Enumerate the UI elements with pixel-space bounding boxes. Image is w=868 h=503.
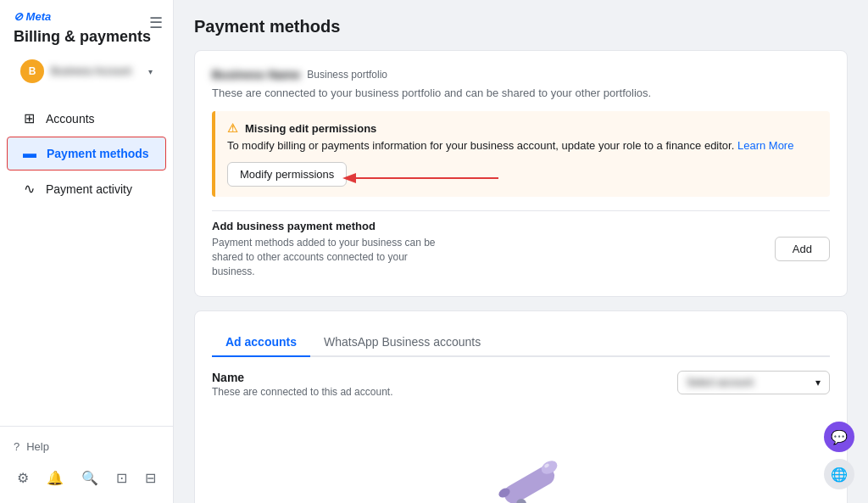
- sidebar-item-payment-methods-label: Payment methods: [47, 147, 149, 160]
- telescope-illustration: [458, 432, 585, 503]
- add-method-desc: Payment methods added to your business c…: [212, 236, 449, 278]
- meta-logo-icon: ⊘ Meta: [14, 10, 51, 23]
- arrow-annotation: [337, 165, 507, 191]
- sidebar-item-accounts[interactable]: ⊞ Accounts: [7, 102, 166, 135]
- warning-text: To modify billing or payments informatio…: [227, 138, 818, 154]
- warning-icon: ⚠: [227, 121, 238, 135]
- footer-icons-row: ⚙ 🔔 🔍 ⊡ ⊟: [0, 460, 173, 496]
- warning-title: ⚠ Missing edit permissions: [227, 121, 818, 135]
- sidebar-item-payment-activity-label: Payment activity: [46, 182, 132, 196]
- search-icon[interactable]: 🔍: [78, 467, 102, 489]
- bug-icon[interactable]: ⊡: [113, 467, 131, 489]
- ad-accounts-card: Ad accounts WhatsApp Business accounts N…: [194, 310, 848, 503]
- modify-permissions-button[interactable]: Modify permissions: [227, 162, 347, 187]
- chat-support-icon[interactable]: 💬: [824, 422, 854, 452]
- business-header: Business Name Business portfolio: [212, 68, 830, 81]
- globe-icon-symbol: 🌐: [831, 467, 848, 483]
- main-content: Payment methods Business Name Business p…: [174, 0, 868, 503]
- empty-state: No payment methods added: [212, 415, 830, 503]
- table-column-name: Name: [212, 371, 392, 384]
- dropdown-chevron-icon: ▾: [815, 377, 821, 388]
- sidebar-title: Billing & payments: [14, 28, 159, 46]
- account-selector[interactable]: B Business Account ▾: [14, 54, 159, 88]
- warning-box: ⚠ Missing edit permissions To modify bil…: [212, 111, 830, 197]
- add-method-info: Add business payment method Payment meth…: [212, 220, 449, 278]
- notifications-icon[interactable]: 🔔: [43, 467, 67, 489]
- help-label: Help: [26, 440, 49, 453]
- add-payment-method-button[interactable]: Add: [775, 237, 830, 261]
- warning-title-text: Missing edit permissions: [245, 122, 376, 135]
- business-portfolio-card: Business Name Business portfolio These a…: [194, 50, 848, 297]
- business-name: Business Name: [212, 68, 300, 81]
- sidebar-item-payment-activity[interactable]: ∿ Payment activity: [7, 172, 166, 205]
- table-subtitle: These are connected to this ad account.: [212, 386, 392, 398]
- add-method-section: Add business payment method Payment meth…: [212, 210, 830, 278]
- sidebar-item-payment-methods[interactable]: ▬ Payment methods: [7, 137, 166, 170]
- meta-logo: ⊘ Meta: [14, 10, 159, 23]
- globe-icon[interactable]: 🌐: [824, 459, 854, 489]
- account-avatar: B: [20, 59, 44, 83]
- grid-icon[interactable]: ⊟: [142, 467, 159, 489]
- account-dropdown[interactable]: Select account ▾: [677, 371, 830, 394]
- tabs-row: Ad accounts WhatsApp Business accounts: [212, 328, 830, 357]
- page-title: Payment methods: [194, 17, 848, 36]
- table-header-left: Name These are connected to this ad acco…: [212, 371, 392, 398]
- table-header: Name These are connected to this ad acco…: [212, 371, 830, 398]
- business-portfolio-desc: These are connected to your business por…: [212, 87, 830, 99]
- sidebar-item-accounts-label: Accounts: [46, 112, 95, 126]
- hamburger-button[interactable]: ☰: [146, 10, 166, 36]
- sidebar-footer: ? Help ⚙ 🔔 🔍 ⊡ ⊟: [0, 426, 173, 503]
- tab-whatsapp[interactable]: WhatsApp Business accounts: [310, 328, 494, 357]
- account-name: Business Account: [51, 65, 142, 77]
- arrow-container: Modify permissions: [227, 162, 347, 187]
- help-icon: ?: [14, 440, 19, 453]
- business-portfolio-badge: Business portfolio: [307, 69, 387, 81]
- sidebar-nav: ⊞ Accounts ▬ Payment methods ∿ Payment a…: [0, 97, 173, 426]
- help-item[interactable]: ? Help: [0, 433, 173, 460]
- bottom-right-icons: 💬 🌐: [824, 422, 854, 489]
- tab-ad-accounts[interactable]: Ad accounts: [212, 328, 310, 357]
- sidebar: ⊘ Meta Billing & payments ☰ B Business A…: [0, 0, 174, 503]
- learn-more-link[interactable]: Learn More: [737, 139, 793, 152]
- chevron-down-icon: ▾: [148, 67, 153, 76]
- settings-icon[interactable]: ⚙: [14, 467, 32, 489]
- payment-methods-icon: ▬: [21, 146, 38, 161]
- accounts-icon: ⊞: [20, 110, 37, 126]
- payment-activity-icon: ∿: [20, 181, 37, 197]
- chat-icon: 💬: [831, 429, 848, 445]
- account-dropdown-value: Select account: [687, 377, 810, 388]
- add-method-title: Add business payment method: [212, 220, 449, 232]
